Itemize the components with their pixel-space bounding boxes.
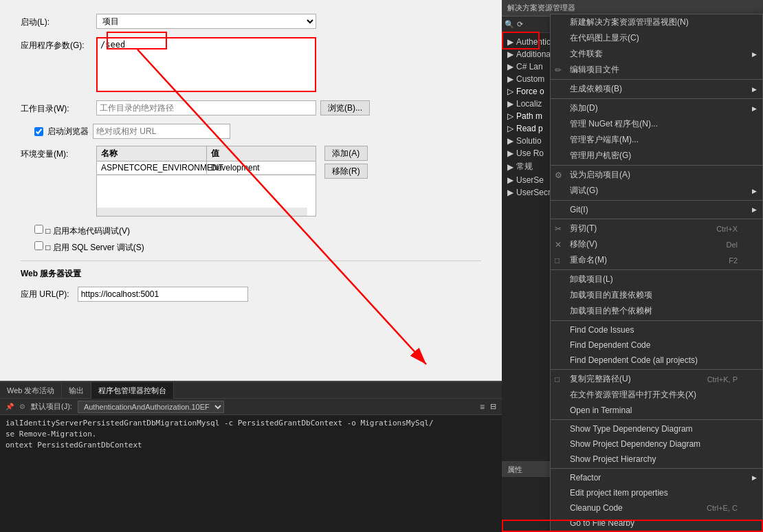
manage-client-label: 管理客户端库(M)...	[570, 134, 639, 146]
edit-project-icon: ✏	[555, 65, 562, 75]
rename-label: 重命名(M)	[570, 254, 607, 266]
menu-item-cut[interactable]: ✂剪切(T)Ctrl+X	[551, 221, 762, 236]
terminal-line-3: se Remove-Migration.	[5, 429, 496, 440]
menu-item-open-in-explorer[interactable]: 在文件资源管理器中打开文件夹(X)	[551, 387, 762, 403]
menu-item-cleanup-code[interactable]: Cleanup CodeCtrl+E, C	[551, 500, 762, 516]
menu-item-show-type-diagram[interactable]: Show Type Dependency Diagram	[551, 421, 762, 436]
menu-item-show-project-hierarchy[interactable]: Show Project Hierarchy	[551, 452, 762, 467]
menu-item-copy-full-path[interactable]: □复制完整路径(U)Ctrl+K, P	[551, 371, 762, 387]
menu-item-manage-user-secrets[interactable]: 管理用户机密(G)	[551, 148, 762, 164]
bottom-tabs: Web 发布活动 输出 程序包管理器控制台	[0, 382, 502, 399]
menu-item-find-dependent-code[interactable]: Find Dependent Code	[551, 337, 762, 353]
env-scrollbar[interactable]	[97, 208, 307, 216]
terminal-content: ialIdentityServerPersistedGrantDbMigrati…	[0, 415, 502, 532]
env-table-wrapper: 名称 值 ASPNETCORE_ENVIRONMENT Development	[96, 146, 316, 217]
sql-debug-checkbox[interactable]	[34, 241, 43, 250]
terminal-line-1: ialIdentityServerPersistedGrantDbMigrati…	[5, 418, 496, 429]
menu-item-remove[interactable]: ✕移除(V)Del	[551, 236, 762, 252]
env-col-value: 值	[207, 146, 316, 161]
menu-item-find-code-issues[interactable]: Find Code Issues	[551, 322, 762, 337]
default-project-select[interactable]: AuthenticationAndAuthorization.10EF	[78, 401, 224, 413]
menu-item-manage-client[interactable]: 管理客户端库(M)...	[551, 132, 762, 148]
args-textarea[interactable]: /seed	[98, 38, 315, 91]
add-env-button[interactable]: 添加(A)	[324, 146, 368, 161]
menu-item-add[interactable]: 添加(D)	[551, 100, 762, 116]
args-label: 应用程序参数(G):	[21, 37, 96, 52]
menu-item-load-all-deps[interactable]: 加载项目的整个依赖树	[551, 303, 762, 319]
file-nesting-label: 文件联套	[570, 48, 603, 60]
menu-item-show-project-diagram[interactable]: Show Project Dependency Diagram	[551, 436, 762, 452]
app-url-label: 应用 URL(P):	[21, 289, 69, 300]
env-label: 环境变量(M):	[21, 146, 96, 160]
menu-separator	[551, 165, 762, 166]
show-in-code-label: 在代码图上显示(C)	[570, 32, 639, 44]
menu-item-edit-project-item[interactable]: Edit project item properties	[551, 485, 762, 500]
env-scroll-area	[96, 175, 316, 217]
menu-item-file-nesting[interactable]: 文件联套	[551, 46, 762, 62]
menu-item-git[interactable]: Git(I)	[551, 202, 762, 217]
menu-item-go-to-file[interactable]: Go to File Nearby	[551, 516, 762, 531]
browse-button[interactable]: 浏览(B)...	[320, 100, 370, 115]
menu-item-find-dependent-all[interactable]: Find Dependent Code (all projects)	[551, 353, 762, 368]
tab-publish[interactable]: Web 发布活动	[0, 382, 62, 399]
unload-project-label: 卸载项目(L)	[570, 274, 613, 285]
remove-shortcut: Del	[726, 241, 751, 249]
list-icon[interactable]: ≡	[480, 402, 485, 412]
se-toolbar-search[interactable]: 🔍	[505, 20, 514, 29]
cut-icon: ✂	[555, 224, 562, 234]
add-label: 添加(D)	[570, 102, 598, 114]
web-server-title: Web 服务器设置	[21, 268, 481, 280]
cleanup-code-shortcut: Ctrl+E, C	[707, 504, 751, 512]
url-row: 应用 URL(P):	[21, 287, 481, 302]
launch-browser-url-input[interactable]	[93, 124, 230, 139]
menu-item-open-in-terminal[interactable]: Open in Terminal	[551, 403, 762, 418]
bottom-toolbar: 📌 ⚙ 默认项目(J): AuthenticationAndAuthorizat…	[0, 399, 502, 415]
menu-item-unload-project[interactable]: 卸载项目(L)	[551, 271, 762, 287]
local-debug-label[interactable]: □ 启用本地代码调试(V)	[34, 226, 130, 236]
cut-shortcut: Ctrl+X	[716, 225, 751, 233]
terminal-line-4: ontext PersistedGrantDbContext	[5, 440, 496, 451]
menu-item-debug[interactable]: 调试(G)	[551, 183, 762, 199]
menu-separator	[551, 269, 762, 270]
env-table-row[interactable]: ASPNETCORE_ENVIRONMENT Development	[97, 162, 316, 175]
workdir-input[interactable]	[96, 100, 316, 115]
se-toolbar-sync[interactable]: ⟳	[517, 20, 523, 29]
se-title: 解决方案资源管理器	[507, 3, 575, 13]
menu-item-load-direct-deps[interactable]: 加载项目的直接依赖项	[551, 287, 762, 303]
show-project-hierarchy-label: Show Project Hierarchy	[570, 454, 656, 464]
env-control: 名称 值 ASPNETCORE_ENVIRONMENT Development	[96, 146, 481, 217]
menu-item-edit-project[interactable]: ✏编辑项目文件	[551, 62, 762, 78]
tab-package-manager[interactable]: 程序包管理器控制台	[91, 382, 174, 399]
launch-browser-checkbox[interactable]	[34, 127, 43, 136]
go-to-file-label: Go to File Nearby	[570, 518, 634, 528]
tab-output[interactable]: 输出	[62, 382, 91, 399]
remove-env-button[interactable]: 移除(R)	[324, 164, 368, 179]
local-debug-checkbox[interactable]	[34, 225, 43, 234]
menu-item-manage-nuget[interactable]: 管理 NuGet 程序包(N)...	[551, 116, 762, 132]
new-solution-explorer-label: 新建解决方案资源管理器视图(N)	[570, 16, 689, 28]
menu-item-build[interactable]: 生成依赖项(B)	[551, 81, 762, 97]
app-url-input[interactable]	[78, 287, 248, 302]
menu-item-show-in-code[interactable]: 在代码图上显示(C)	[551, 30, 762, 46]
local-debug-row: □ 启用本地代码调试(V)	[21, 225, 481, 237]
menu-item-new-solution-explorer[interactable]: 新建解决方案资源管理器视图(N)	[551, 14, 762, 30]
manage-nuget-label: 管理 NuGet 程序包(N)...	[570, 118, 658, 130]
git-label: Git(I)	[570, 205, 588, 214]
args-control: /seed	[96, 37, 481, 92]
copy-full-path-label: 复制完整路径(U)	[570, 373, 631, 385]
startup-control[interactable]: 项目	[96, 14, 481, 29]
menu-separator	[551, 98, 762, 99]
settings-icon[interactable]: ⚙	[19, 403, 25, 410]
args-textarea-container[interactable]: /seed	[96, 37, 316, 92]
bottom-panel: Web 发布活动 输出 程序包管理器控制台 📌 ⚙ 默认项目(J): Authe…	[0, 381, 502, 532]
menu-item-rename[interactable]: □重命名(M)F2	[551, 252, 762, 268]
load-all-deps-label: 加载项目的整个依赖树	[570, 305, 652, 317]
sql-debug-row: □ 启用 SQL Server 调试(S)	[21, 241, 481, 254]
edit-project-item-label: Edit project item properties	[570, 488, 668, 498]
menu-item-set-startup[interactable]: ⚙设为启动项目(A)	[551, 167, 762, 183]
startup-select[interactable]: 项目	[96, 14, 316, 29]
show-type-diagram-label: Show Type Dependency Diagram	[570, 424, 693, 434]
dock-icon[interactable]: ⊟	[490, 402, 496, 411]
sql-debug-label[interactable]: □ 启用 SQL Server 调试(S)	[34, 243, 144, 252]
menu-item-refactor[interactable]: Refactor	[551, 470, 762, 485]
